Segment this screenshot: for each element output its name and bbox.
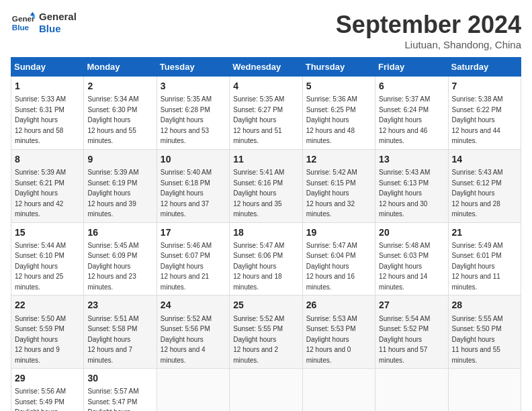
title-area: September 2024 Liutuan, Shandong, China (336, 11, 521, 50)
day-number: 14 (452, 152, 517, 166)
day-number: 17 (161, 226, 226, 239)
day-detail: Sunrise: 5:52 AMSunset: 5:56 PMDaylight … (161, 315, 212, 364)
day-number: 20 (379, 226, 444, 239)
day-detail: Sunrise: 5:50 AMSunset: 5:59 PMDaylight … (15, 315, 66, 364)
logo: General Blue General Blue (11, 11, 77, 35)
calendar-cell: 21Sunrise: 5:49 AMSunset: 6:01 PMDayligh… (448, 222, 521, 295)
calendar-cell: 1Sunrise: 5:33 AMSunset: 6:31 PMDaylight… (11, 77, 84, 150)
calendar-body: 1Sunrise: 5:33 AMSunset: 6:31 PMDaylight… (11, 77, 521, 412)
day-detail: Sunrise: 5:42 AMSunset: 6:15 PMDaylight … (306, 169, 357, 218)
calendar-cell: 20Sunrise: 5:48 AMSunset: 6:03 PMDayligh… (375, 222, 448, 295)
day-detail: Sunrise: 5:51 AMSunset: 5:58 PMDaylight … (87, 315, 138, 364)
calendar-cell: 12Sunrise: 5:42 AMSunset: 6:15 PMDayligh… (302, 149, 375, 222)
calendar-cell: 26Sunrise: 5:53 AMSunset: 5:53 PMDayligh… (302, 295, 375, 369)
calendar-cell: 24Sunrise: 5:52 AMSunset: 5:56 PMDayligh… (157, 295, 229, 369)
day-detail: Sunrise: 5:44 AMSunset: 6:10 PMDaylight … (15, 242, 66, 291)
day-number: 6 (379, 79, 444, 93)
calendar-cell: 9Sunrise: 5:39 AMSunset: 6:19 PMDaylight… (84, 149, 157, 222)
day-number: 3 (161, 79, 226, 93)
calendar-cell: 29Sunrise: 5:56 AMSunset: 5:49 PMDayligh… (11, 369, 84, 411)
day-number: 7 (452, 79, 517, 93)
day-detail: Sunrise: 5:37 AMSunset: 6:24 PMDaylight … (379, 95, 430, 144)
day-detail: Sunrise: 5:47 AMSunset: 6:06 PMDaylight … (233, 242, 284, 291)
day-number: 5 (306, 79, 371, 93)
calendar-week-1: 1Sunrise: 5:33 AMSunset: 6:31 PMDaylight… (11, 77, 521, 150)
svg-text:Blue: Blue (12, 23, 30, 32)
calendar-cell: 8Sunrise: 5:39 AMSunset: 6:21 PMDaylight… (11, 149, 84, 222)
calendar-cell (448, 369, 521, 411)
calendar-cell: 2Sunrise: 5:34 AMSunset: 6:30 PMDaylight… (84, 77, 157, 150)
calendar-cell: 4Sunrise: 5:35 AMSunset: 6:27 PMDaylight… (230, 77, 302, 150)
calendar-week-4: 22Sunrise: 5:50 AMSunset: 5:59 PMDayligh… (11, 295, 521, 369)
day-number: 1 (15, 79, 80, 93)
day-number: 29 (15, 371, 80, 385)
calendar-week-2: 8Sunrise: 5:39 AMSunset: 6:21 PMDaylight… (11, 149, 521, 222)
day-number: 22 (15, 298, 80, 312)
calendar-week-3: 15Sunrise: 5:44 AMSunset: 6:10 PMDayligh… (11, 222, 521, 295)
day-number: 16 (87, 226, 152, 239)
day-detail: Sunrise: 5:46 AMSunset: 6:07 PMDaylight … (161, 242, 212, 291)
day-detail: Sunrise: 5:39 AMSunset: 6:21 PMDaylight … (15, 169, 66, 218)
day-number: 10 (161, 152, 226, 166)
day-detail: Sunrise: 5:45 AMSunset: 6:09 PMDaylight … (87, 242, 138, 291)
header-tuesday: Tuesday (157, 58, 229, 77)
location-subtitle: Liutuan, Shandong, China (336, 39, 521, 50)
calendar-cell: 22Sunrise: 5:50 AMSunset: 5:59 PMDayligh… (11, 295, 84, 369)
day-number: 8 (15, 152, 80, 166)
page-header: General Blue General Blue September 2024… (11, 11, 521, 50)
calendar-cell: 25Sunrise: 5:52 AMSunset: 5:55 PMDayligh… (230, 295, 302, 369)
calendar-cell: 10Sunrise: 5:40 AMSunset: 6:18 PMDayligh… (157, 149, 229, 222)
day-detail: Sunrise: 5:38 AMSunset: 6:22 PMDaylight … (452, 95, 503, 144)
day-detail: Sunrise: 5:36 AMSunset: 6:25 PMDaylight … (306, 95, 357, 144)
day-detail: Sunrise: 5:47 AMSunset: 6:04 PMDaylight … (306, 242, 357, 291)
day-detail: Sunrise: 5:49 AMSunset: 6:01 PMDaylight … (452, 242, 503, 291)
calendar-cell (157, 369, 229, 411)
calendar-cell: 3Sunrise: 5:35 AMSunset: 6:28 PMDaylight… (157, 77, 229, 150)
header-monday: Monday (84, 58, 157, 77)
day-number: 13 (379, 152, 444, 166)
logo-icon: General Blue (11, 11, 35, 35)
day-number: 15 (15, 226, 80, 239)
calendar-header: Sunday Monday Tuesday Wednesday Thursday… (11, 58, 521, 77)
calendar-cell: 23Sunrise: 5:51 AMSunset: 5:58 PMDayligh… (84, 295, 157, 369)
day-detail: Sunrise: 5:39 AMSunset: 6:19 PMDaylight … (87, 169, 138, 218)
day-number: 21 (452, 226, 517, 239)
calendar-cell: 14Sunrise: 5:43 AMSunset: 6:12 PMDayligh… (448, 149, 521, 222)
day-number: 4 (233, 79, 298, 93)
day-number: 9 (87, 152, 152, 166)
day-number: 24 (161, 298, 226, 312)
day-number: 18 (233, 226, 298, 239)
day-number: 28 (452, 298, 517, 312)
day-number: 2 (87, 79, 152, 93)
day-detail: Sunrise: 5:43 AMSunset: 6:12 PMDaylight … (452, 169, 503, 218)
calendar-cell: 6Sunrise: 5:37 AMSunset: 6:24 PMDaylight… (375, 77, 448, 150)
day-detail: Sunrise: 5:55 AMSunset: 5:50 PMDaylight … (452, 315, 503, 364)
calendar-cell (230, 369, 302, 411)
day-detail: Sunrise: 5:34 AMSunset: 6:30 PMDaylight … (87, 95, 138, 144)
calendar-table: Sunday Monday Tuesday Wednesday Thursday… (11, 57, 521, 411)
calendar-week-5: 29Sunrise: 5:56 AMSunset: 5:49 PMDayligh… (11, 369, 521, 411)
header-wednesday: Wednesday (230, 58, 302, 77)
day-number: 11 (233, 152, 298, 166)
day-number: 19 (306, 226, 371, 239)
day-detail: Sunrise: 5:52 AMSunset: 5:55 PMDaylight … (233, 315, 284, 364)
calendar-cell: 13Sunrise: 5:43 AMSunset: 6:13 PMDayligh… (375, 149, 448, 222)
day-number: 23 (87, 298, 152, 312)
day-number: 30 (87, 371, 152, 385)
month-title: September 2024 (336, 11, 521, 39)
day-detail: Sunrise: 5:56 AMSunset: 5:49 PMDaylight … (15, 387, 66, 411)
logo-general: General (39, 11, 77, 23)
day-detail: Sunrise: 5:48 AMSunset: 6:03 PMDaylight … (379, 242, 430, 291)
header-saturday: Saturday (448, 58, 521, 77)
day-detail: Sunrise: 5:54 AMSunset: 5:52 PMDaylight … (379, 315, 430, 364)
day-detail: Sunrise: 5:40 AMSunset: 6:18 PMDaylight … (161, 169, 212, 218)
header-thursday: Thursday (302, 58, 375, 77)
day-number: 25 (233, 298, 298, 312)
day-detail: Sunrise: 5:33 AMSunset: 6:31 PMDaylight … (15, 95, 66, 144)
day-detail: Sunrise: 5:53 AMSunset: 5:53 PMDaylight … (306, 315, 357, 364)
day-detail: Sunrise: 5:57 AMSunset: 5:47 PMDaylight … (87, 387, 138, 411)
header-friday: Friday (375, 58, 448, 77)
header-sunday: Sunday (11, 58, 84, 77)
calendar-cell (375, 369, 448, 411)
calendar-cell: 28Sunrise: 5:55 AMSunset: 5:50 PMDayligh… (448, 295, 521, 369)
